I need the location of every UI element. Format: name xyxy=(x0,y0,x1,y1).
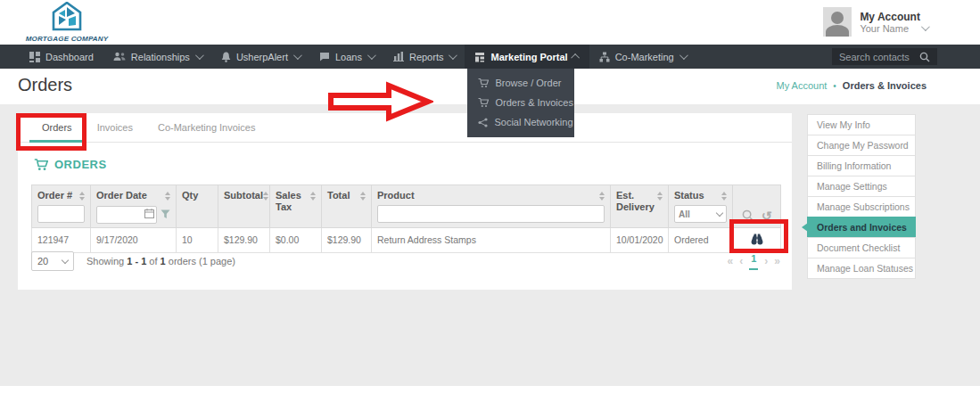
status-filter-select[interactable]: All xyxy=(674,205,727,223)
company-logo[interactable]: MORTGAGE COMPANY xyxy=(18,2,116,43)
sidebar-item-view-my-info[interactable]: View My Info xyxy=(807,114,916,135)
sort-icon[interactable] xyxy=(165,192,170,201)
chevron-down-icon xyxy=(195,51,204,60)
cell-subtotal: $129.90 xyxy=(218,227,270,252)
col-sales-tax: Sales Tax xyxy=(270,185,322,228)
nav-item-co-marketing[interactable]: Co-Marketing xyxy=(589,45,696,69)
chevron-down-icon xyxy=(449,51,457,60)
sidebar-item-manage-loan-statuses[interactable]: Manage Loan Statuses xyxy=(807,258,916,279)
reset-icon[interactable]: ↺ xyxy=(762,209,772,222)
col-total: Total xyxy=(322,185,372,228)
chevron-down-icon xyxy=(62,256,69,263)
page-size-select[interactable]: 20 xyxy=(31,251,74,271)
calendar-icon[interactable] xyxy=(144,209,154,218)
first-page-button[interactable]: « xyxy=(728,255,734,267)
menu-label-browse-order: Browse / Order xyxy=(495,78,561,88)
chevron-down-icon xyxy=(293,51,302,60)
contact-search xyxy=(832,48,937,65)
chevron-down-icon xyxy=(679,51,688,60)
col-order-date: Order Date xyxy=(91,185,177,228)
page-title: Orders xyxy=(18,75,72,95)
product-filter-input[interactable] xyxy=(377,205,605,223)
col-actions: ↺ xyxy=(733,185,781,228)
cell-order-date: 9/17/2020 xyxy=(91,227,177,252)
sidebar-item-manage-settings[interactable]: Manage Settings xyxy=(807,176,916,197)
order-number-filter-input[interactable] xyxy=(37,205,85,223)
cell-order-number: 121947 xyxy=(32,227,91,252)
menu-item-social-networking[interactable]: Social Networking xyxy=(467,112,574,132)
pager: « ‹ 1 › » xyxy=(728,253,781,270)
account-username: Your Name xyxy=(860,23,909,34)
company-name: MORTGAGE COMPANY xyxy=(18,35,116,43)
filter-funnel-icon[interactable] xyxy=(161,209,170,219)
sidebar-item-billing-information[interactable]: Billing Information xyxy=(807,155,916,176)
nav-label-loans: Loans xyxy=(335,52,362,62)
sidebar-item-change-my-password[interactable]: Change My Password xyxy=(807,135,916,156)
tab-invoices[interactable]: Invoices xyxy=(85,113,145,143)
cell-product: Return Address Stamps xyxy=(372,227,611,252)
sort-icon[interactable] xyxy=(599,192,605,201)
nav-item-relationships[interactable]: Relationships xyxy=(103,45,211,69)
bell-icon xyxy=(221,52,231,62)
chevron-down-icon[interactable] xyxy=(921,22,930,31)
nav-label-co-marketing: Co-Marketing xyxy=(615,52,674,62)
cart-icon xyxy=(478,98,489,108)
sitemap-icon xyxy=(599,52,610,62)
menu-item-browse-order[interactable]: Browse / Order xyxy=(467,73,574,93)
breadcrumb-current: Orders & Invoices xyxy=(843,80,926,91)
nav-item-usherpalert[interactable]: UsherpAlert xyxy=(211,45,309,69)
tab-co-marketing-invoices[interactable]: Co-Marketing Invoices xyxy=(145,113,268,143)
sort-icon[interactable] xyxy=(263,192,268,201)
col-status: Status All xyxy=(669,185,733,228)
menu-item-orders-invoices[interactable]: Orders & Invoices xyxy=(467,93,574,112)
pagination-summary: Showing 1 - 1 of 1 orders (1 page) xyxy=(86,256,235,266)
chart-icon xyxy=(393,52,404,62)
cell-total: $129.90 xyxy=(322,227,372,252)
sidebar-item-orders-and-invoices[interactable]: Orders and Invoices xyxy=(807,217,916,238)
tab-orders[interactable]: Orders xyxy=(29,113,85,143)
search-input[interactable] xyxy=(839,52,919,62)
account-widget[interactable]: My Account Your Name xyxy=(823,7,927,37)
dashboard-icon xyxy=(29,52,40,62)
search-icon[interactable] xyxy=(919,52,930,62)
next-page-button[interactable]: › xyxy=(764,255,768,267)
table-header-row: Order # Order Date Qty Subtot xyxy=(32,185,781,228)
search-icon[interactable] xyxy=(742,209,754,222)
sidebar-item-document-checklist[interactable]: Document Checklist xyxy=(807,237,916,258)
table-row[interactable]: 121947 9/17/2020 10 $129.90 $0.00 $129.9… xyxy=(32,227,781,252)
cell-sales-tax: $0.00 xyxy=(270,227,322,252)
sort-icon[interactable] xyxy=(360,192,366,201)
col-est-delivery: Est. Delivery xyxy=(611,185,669,228)
sort-icon[interactable] xyxy=(310,192,316,201)
users-icon xyxy=(113,52,126,62)
cell-est-delivery: 10/01/2020 xyxy=(611,227,669,252)
top-header: MORTGAGE COMPANY My Account Your Name xyxy=(0,0,980,45)
breadcrumb-my-account[interactable]: My Account xyxy=(776,80,827,91)
cell-qty: 10 xyxy=(177,227,218,252)
nav-label-usherpalert: UsherpAlert xyxy=(236,52,288,62)
cart-icon xyxy=(34,159,48,171)
sidebar-item-manage-subscriptions[interactable]: Manage Subscriptions xyxy=(807,196,916,217)
house-logo-icon xyxy=(51,2,83,31)
comment-icon xyxy=(319,52,330,62)
view-details-binoculars-icon[interactable] xyxy=(750,234,764,245)
sort-icon[interactable] xyxy=(657,192,663,201)
current-page-button[interactable]: 1 xyxy=(749,253,758,270)
marketing-portal-dropdown: Browse / Order Orders & Invoices Social … xyxy=(467,69,574,137)
orders-table: Order # Order Date Qty Subtot xyxy=(31,184,781,253)
nav-label-reports: Reports xyxy=(409,52,444,62)
tab-bar: Orders Invoices Co-Marketing Invoices xyxy=(18,113,792,143)
nav-item-dashboard[interactable]: Dashboard xyxy=(20,45,103,69)
cart-icon xyxy=(478,78,489,88)
section-title: ORDERS xyxy=(54,158,107,171)
nav-item-marketing-portal[interactable]: Marketing Portal Browse / Order Orders &… xyxy=(465,45,589,69)
nav-item-loans[interactable]: Loans xyxy=(309,45,383,69)
breadcrumb: My Account • Orders & Invoices xyxy=(776,80,926,91)
prev-page-button[interactable]: ‹ xyxy=(739,255,743,267)
nav-item-reports[interactable]: Reports xyxy=(383,45,465,69)
sort-icon[interactable] xyxy=(79,192,85,201)
last-page-button[interactable]: » xyxy=(774,255,780,267)
sort-icon[interactable] xyxy=(721,192,727,201)
main-navbar: Dashboard Relationships UsherpAlert Loan… xyxy=(0,45,980,69)
col-order-number: Order # xyxy=(32,185,91,228)
